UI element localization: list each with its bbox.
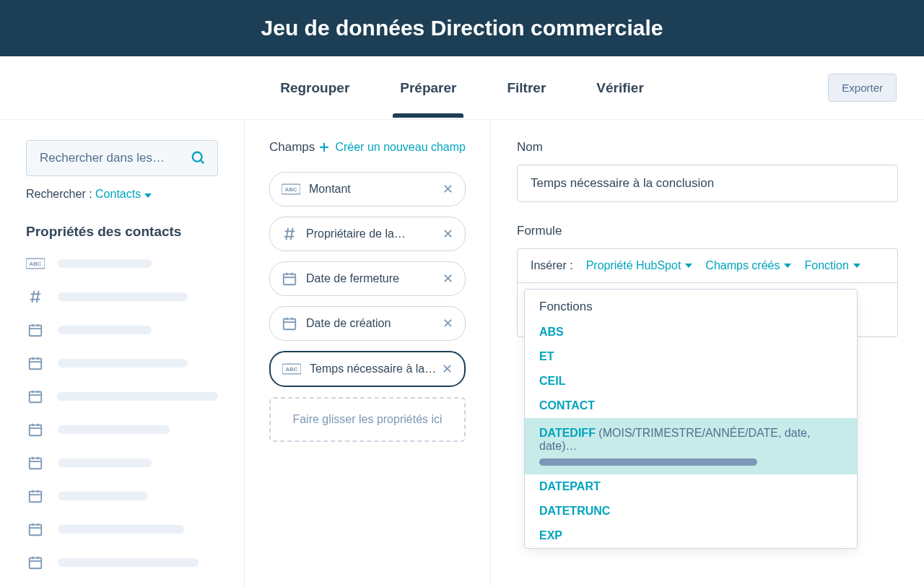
- export-button[interactable]: Exporter: [828, 74, 897, 102]
- property-placeholder: [58, 425, 170, 434]
- field-chip[interactable]: Date de fermeture✕: [269, 261, 466, 296]
- function-item[interactable]: CONTACT: [525, 393, 857, 418]
- calendar-icon: [26, 322, 45, 338]
- chip-label: Date de fermeture: [306, 272, 443, 285]
- svg-point-0: [193, 152, 202, 162]
- calendar-icon: [26, 422, 45, 438]
- function-name: DATEPART: [539, 480, 601, 492]
- svg-line-44: [286, 228, 288, 240]
- function-dropdown: Fonctions ABSETCEILCONTACTDATEDIFF (MOIS…: [524, 289, 858, 549]
- calendar-icon: [26, 488, 45, 504]
- function-name: ABS: [539, 326, 564, 338]
- property-placeholder: [58, 458, 152, 467]
- chip-label: Montant: [309, 183, 443, 196]
- function-item[interactable]: ABS: [525, 320, 857, 344]
- calendar-icon: [26, 388, 44, 404]
- close-icon[interactable]: ✕: [443, 226, 453, 242]
- property-row[interactable]: [26, 422, 218, 438]
- svg-rect-24: [30, 458, 42, 469]
- property-row[interactable]: [26, 455, 218, 471]
- tab-filtrer[interactable]: Filtrer: [507, 58, 546, 118]
- plus-icon: [319, 142, 329, 152]
- property-row[interactable]: [26, 355, 218, 371]
- property-placeholder: [58, 292, 188, 301]
- chevron-down-icon: [853, 264, 860, 268]
- chip-label: Propriétaire de la…: [306, 227, 443, 240]
- svg-rect-50: [284, 319, 296, 330]
- svg-rect-46: [284, 274, 296, 285]
- property-row[interactable]: [26, 488, 218, 504]
- property-placeholder: [58, 326, 152, 334]
- tab-regrouper[interactable]: Regrouper: [280, 58, 349, 118]
- svg-line-6: [32, 291, 34, 303]
- calendar-icon: [282, 271, 297, 287]
- svg-line-1: [201, 160, 204, 164]
- chevron-down-icon: [144, 194, 152, 198]
- chip-label: Date de création: [306, 317, 443, 330]
- function-name: DATEDIFF: [539, 427, 596, 439]
- property-row[interactable]: [26, 289, 218, 305]
- calendar-icon: [26, 521, 45, 537]
- insert-property-link[interactable]: Propriété HubSpot: [586, 259, 693, 272]
- function-name: CONTACT: [539, 399, 595, 412]
- name-input[interactable]: [517, 165, 898, 202]
- search-filter-link[interactable]: Contacts: [95, 188, 152, 200]
- property-row[interactable]: [26, 521, 218, 537]
- svg-line-45: [291, 228, 293, 240]
- calendar-icon: [282, 316, 297, 331]
- calendar-icon: [26, 455, 45, 471]
- property-list: ABC: [26, 256, 218, 570]
- fields-panel: Champs Créer un nouveau champ ABCMontant…: [245, 120, 491, 587]
- editor-panel: Nom Formule Insérer : Propriété HubSpot …: [491, 120, 924, 587]
- field-chip[interactable]: ABCTemps nécessaire à la…✕: [269, 351, 466, 387]
- create-field-link[interactable]: Créer un nouveau champ: [319, 141, 466, 154]
- close-icon[interactable]: ✕: [443, 181, 453, 197]
- property-row[interactable]: [26, 322, 218, 338]
- svg-line-7: [37, 291, 39, 303]
- chevron-down-icon: [685, 264, 692, 268]
- tabs: Regrouper Préparer Filtrer Vérifier: [280, 58, 644, 118]
- svg-text:ABC: ABC: [286, 366, 298, 373]
- text-icon: ABC: [26, 256, 45, 271]
- chevron-down-icon: [784, 264, 791, 268]
- function-item[interactable]: DATEPART: [525, 474, 857, 499]
- field-chip[interactable]: Date de création✕: [269, 306, 466, 341]
- property-placeholder: [58, 558, 199, 567]
- svg-text:ABC: ABC: [285, 186, 297, 193]
- property-placeholder: [58, 525, 184, 534]
- formula-label: Formule: [517, 224, 898, 238]
- function-item[interactable]: DATEDIFF (MOIS/TRIMESTRE/ANNÉE/DATE, dat…: [525, 418, 857, 474]
- text-icon: ABC: [282, 363, 301, 375]
- close-icon[interactable]: ✕: [442, 361, 453, 377]
- function-item[interactable]: CEIL: [525, 369, 857, 393]
- fields-label: Champs: [269, 140, 315, 155]
- chip-label: Temps nécessaire à la…: [310, 362, 442, 375]
- function-item[interactable]: EXP: [525, 523, 857, 548]
- function-item[interactable]: DATETRUNC: [525, 499, 857, 523]
- field-chip[interactable]: ABCMontant✕: [269, 172, 466, 206]
- svg-text:ABC: ABC: [30, 261, 42, 267]
- tab-verifier[interactable]: Vérifier: [596, 58, 643, 118]
- function-description-placeholder: [539, 458, 757, 466]
- dropzone[interactable]: Faire glisser les propriétés ici: [269, 397, 466, 442]
- tab-preparer[interactable]: Préparer: [400, 58, 456, 118]
- close-icon[interactable]: ✕: [443, 316, 453, 331]
- property-row[interactable]: [26, 388, 218, 404]
- search-filter: Rechercher : Contacts: [26, 188, 218, 201]
- property-row[interactable]: [26, 555, 218, 570]
- property-placeholder: [58, 492, 148, 500]
- page-title: Jeu de données Direction commerciale: [0, 16, 924, 40]
- insert-fields-link[interactable]: Champs créés: [705, 259, 791, 272]
- property-row[interactable]: ABC: [26, 256, 218, 271]
- function-name: ET: [539, 350, 554, 362]
- search-input[interactable]: [26, 140, 218, 176]
- insert-function-link[interactable]: Fonction: [804, 259, 860, 272]
- section-title: Propriétés des contacts: [26, 224, 218, 240]
- svg-rect-20: [30, 425, 42, 436]
- property-placeholder: [58, 259, 152, 268]
- page-header: Jeu de données Direction commerciale: [0, 0, 924, 56]
- field-chip[interactable]: Propriétaire de la…✕: [269, 217, 466, 251]
- text-icon: ABC: [282, 183, 300, 195]
- close-icon[interactable]: ✕: [443, 271, 453, 287]
- function-item[interactable]: ET: [525, 344, 857, 369]
